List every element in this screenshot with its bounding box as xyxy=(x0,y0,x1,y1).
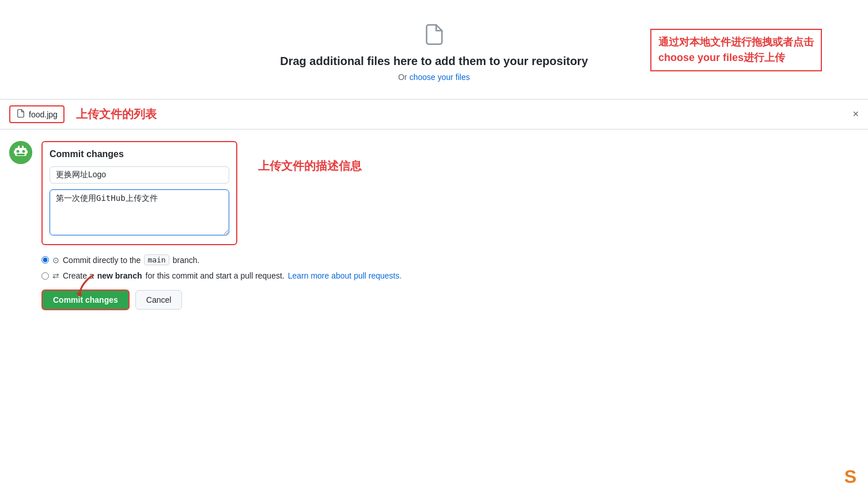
file-list-area: food.jpg 上传文件的列表 × xyxy=(0,100,868,129)
commit-direct-icon: ⊙ xyxy=(52,256,59,265)
svg-point-3 xyxy=(22,150,25,153)
branch-name-badge: main xyxy=(144,254,169,265)
file-list-annotation: 上传文件的列表 xyxy=(76,106,157,122)
svg-rect-5 xyxy=(14,150,16,154)
svg-point-2 xyxy=(17,150,20,153)
svg-rect-8 xyxy=(22,146,24,148)
drag-drop-area[interactable]: Drag additional files here to add them t… xyxy=(0,0,868,100)
drag-annotation: 通过对本地文件进行拖拽或者点击 choose your files进行上传 xyxy=(650,29,822,71)
arrow-annotation xyxy=(76,272,111,303)
commit-direct-label-prefix: Commit directly to the xyxy=(63,256,141,265)
drag-subtitle-text: Or xyxy=(398,73,409,82)
drag-title: Drag additional files here to add them t… xyxy=(280,55,588,68)
svg-rect-6 xyxy=(25,150,28,154)
commit-direct-label-suffix: branch. xyxy=(173,256,200,265)
commit-description-textarea[interactable]: 第一次使用GitHub上传文件 xyxy=(50,189,229,235)
new-branch-label-suffix: for this commit and start a pull request… xyxy=(146,271,285,280)
commit-subject-input[interactable] xyxy=(50,166,229,184)
radio-options: ⊙ Commit directly to the main branch. ⇄ … xyxy=(41,254,859,280)
radio-option-new-branch: ⇄ Create a new branch for this commit an… xyxy=(41,271,859,280)
avatar xyxy=(9,141,32,164)
commit-box-title: Commit changes xyxy=(50,149,229,159)
svg-rect-7 xyxy=(18,146,20,148)
cancel-button[interactable]: Cancel xyxy=(135,290,183,310)
commit-form-wrapper: Commit changes 第一次使用GitHub上传文件 上传文件的描述信息… xyxy=(41,141,859,310)
radio-new-branch[interactable] xyxy=(41,272,49,280)
radio-option-commit-direct: ⊙ Commit directly to the main branch. xyxy=(41,254,859,265)
pull-request-icon: ⇄ xyxy=(52,271,59,280)
drag-subtitle: Or choose your files xyxy=(398,73,470,82)
button-row: Commit changes Cancel xyxy=(41,290,859,310)
commit-section: Commit changes 第一次使用GitHub上传文件 上传文件的描述信息… xyxy=(0,129,868,322)
file-remove-button[interactable]: × xyxy=(852,108,859,120)
file-type-icon xyxy=(16,109,25,120)
commit-box: Commit changes 第一次使用GitHub上传文件 xyxy=(41,141,237,245)
file-drag-icon xyxy=(423,23,446,48)
choose-files-link[interactable]: choose your files xyxy=(410,73,470,82)
file-item: food.jpg xyxy=(9,105,65,123)
radio-commit-direct[interactable] xyxy=(41,256,49,264)
learn-more-link[interactable]: Learn more about pull requests. xyxy=(288,271,402,280)
commit-annotation: 上传文件的描述信息 xyxy=(258,158,362,174)
file-name: food.jpg xyxy=(29,110,58,119)
svg-rect-4 xyxy=(17,154,25,155)
